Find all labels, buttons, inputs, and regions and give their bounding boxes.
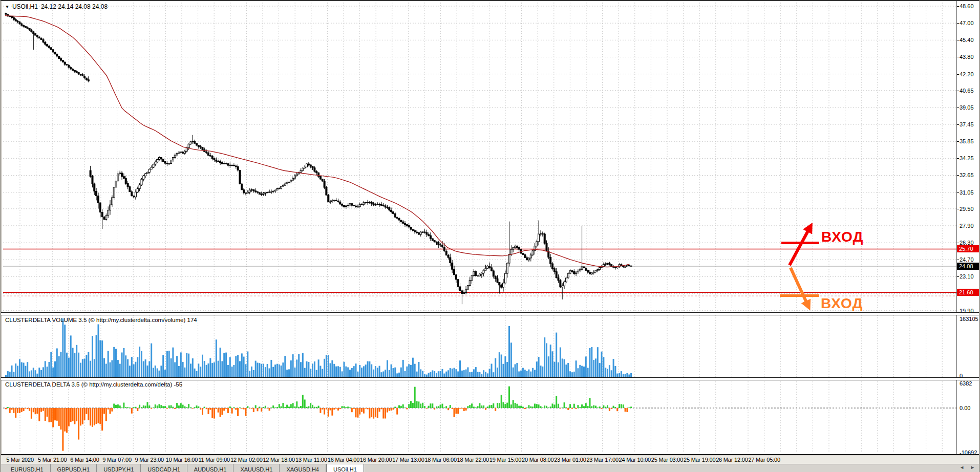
time-axis-label: 5 Mar 21:00	[38, 457, 67, 463]
horizontal-level-lines	[3, 249, 956, 296]
time-axis-label: 27 Mar 05:00	[748, 457, 780, 463]
price-axis-tick	[957, 260, 959, 260]
support-price-badge: 21.60	[957, 289, 980, 296]
time-axis-label: 18 Mar 06:00	[424, 457, 456, 463]
price-axis-tick	[957, 124, 959, 125]
time-axis-label: 9 Mar 07:00	[102, 457, 132, 463]
price-axis-label: 32.65	[960, 172, 974, 178]
volume-bars-layer	[5, 318, 632, 377]
price-axis-tick	[957, 91, 959, 91]
scroll-left-icon[interactable]: ◄	[960, 465, 964, 470]
time-axis-label: 18 Mar 22:00	[457, 457, 489, 463]
price-axis-label: 26.30	[960, 240, 974, 246]
price-axis-label: 47.00	[960, 20, 974, 26]
price-axis-tick	[957, 74, 959, 75]
price-axis-tick	[957, 226, 959, 226]
price-axis-tick	[957, 23, 959, 24]
chart-tab-xagusd-h4[interactable]: XAGUSD,H4	[280, 464, 326, 472]
price-axis-label: 39.05	[960, 104, 974, 111]
price-axis-label: 29.50	[960, 206, 974, 212]
entry-long-annotation-text: ВХОД	[821, 230, 863, 244]
price-axis-label: 35.85	[960, 138, 974, 144]
resistance-price-badge: 25.70	[957, 245, 980, 252]
time-axis-label: 25 Mar 03:00	[651, 457, 683, 463]
time-axis-label: 26 Mar 12:00	[716, 457, 748, 463]
price-axis-label: 23.10	[960, 273, 974, 280]
time-axis-label: 9 Mar 23:00	[135, 457, 164, 463]
price-axis-tick	[957, 175, 959, 176]
price-axis-tick	[957, 209, 959, 209]
price-axis-tick	[957, 6, 959, 7]
time-axis-label: 25 Mar 19:00	[684, 457, 715, 463]
trading-terminal-window: ▼ USOil,H1 24.12 24.14 24.08 24.08 CLUST…	[0, 0, 980, 472]
chart-tab-usoil-h1[interactable]: USOil,H1	[326, 464, 364, 472]
time-axis-label: 23 Mar 17:00	[586, 457, 618, 463]
time-axis[interactable]: 5 Mar 20205 Mar 21:006 Mar 14:009 Mar 07…	[1, 456, 980, 464]
entry-long-arrow	[781, 226, 819, 265]
price-axis-tick	[957, 108, 959, 108]
price-axis-label: 45.40	[960, 37, 974, 43]
price-axis-label: 43.80	[960, 54, 974, 60]
price-axis-label: 31.05	[960, 189, 974, 196]
price-axis-tick	[957, 311, 959, 311]
time-axis-label: 13 Mar 11:00	[295, 457, 327, 463]
time-axis-label: 19 Mar 15:00	[489, 457, 521, 463]
price-axis-label: 40.65	[960, 88, 974, 94]
time-axis-label: 16 Mar 04:00	[328, 457, 359, 463]
time-axis-label: 12 Mar 18:00	[263, 457, 294, 463]
price-axis-tick	[957, 141, 959, 142]
time-axis-label: 12 Mar 02:00	[230, 457, 262, 463]
tab-scroll-buttons: ◄ ►	[960, 465, 975, 470]
pane-separator-main-volume[interactable]	[1, 312, 980, 315]
volume-indicator-label: CLUSTERDELTA VOLUME 3.5 (© http://my.clu…	[5, 317, 197, 323]
chart-tab-eurusd-h1[interactable]: EURUSD,H1	[4, 464, 51, 472]
chart-tab-usdcad-h1[interactable]: USDCAD,H1	[141, 464, 187, 472]
chart-ohlc-readout: 24.12 24.14 24.08 24.08	[41, 3, 108, 10]
chart-tab-bar: EURUSD,H1GBPUSD,H1USDJPY,H1USDCAD,H1AUDU…	[1, 464, 980, 472]
price-axis-label: 37.45	[960, 121, 974, 127]
time-axis-label: 23 Mar 01:00	[554, 457, 586, 463]
chart-tab-xauusd-h1[interactable]: XAUUSD,H1	[233, 464, 280, 472]
price-axis-tick	[957, 243, 959, 243]
chart-tab-gbpusd-h1[interactable]: GBPUSD,H1	[51, 464, 97, 472]
delta-indicator-label: CLUSTERDELTA DELTA 3.5 (© http://my.clus…	[5, 381, 182, 388]
indicator-scale-label: 163105	[960, 316, 978, 322]
price-axis-label: 42.20	[960, 71, 974, 77]
time-axis-label: 10 Mar 16:00	[166, 457, 198, 463]
indicator-scale-label: 6382	[960, 380, 972, 387]
time-axis-label: 6 Mar 14:00	[70, 457, 99, 463]
chart-title: ▼ USOil,H1 24.12 24.14 24.08 24.08	[5, 3, 108, 10]
entry-short-arrow	[780, 268, 819, 307]
price-axis-tick	[957, 276, 959, 277]
price-axis-tick	[957, 57, 959, 57]
scroll-right-icon[interactable]: ►	[970, 465, 975, 470]
time-axis-label: 11 Mar 09:00	[198, 457, 230, 463]
price-axis-label: 24.70	[960, 256, 974, 263]
entry-short-annotation-text: ВХОД	[821, 296, 863, 311]
symbol-dropdown-icon[interactable]: ▼	[5, 5, 9, 9]
indicator-scale-label: 0.00	[960, 405, 970, 411]
price-axis-tick	[957, 40, 959, 40]
price-axis-label: 34.25	[960, 155, 974, 161]
price-axis-tick	[957, 192, 959, 193]
time-axis-label: 24 Mar 10:00	[619, 457, 651, 463]
current-price-badge: 24.08	[957, 263, 980, 270]
time-axis-label: 16 Mar 20:00	[360, 457, 392, 463]
chart-tab-usdjpy-h1[interactable]: USDJPY,H1	[97, 464, 141, 472]
chart-symbol-period: USOil,H1	[12, 3, 38, 10]
price-axis-label: 27.90	[960, 223, 974, 229]
time-axis-label: 17 Mar 13:00	[392, 457, 424, 463]
price-axis-tick	[957, 158, 959, 159]
pane-separator-volume-delta[interactable]	[1, 377, 980, 380]
chart-tab-audusd-h1[interactable]: AUDUSD,H1	[187, 464, 234, 472]
time-axis-label: 20 Mar 08:00	[522, 457, 553, 463]
price-axis-label: 48.60	[960, 3, 974, 9]
time-axis-label: 5 Mar 2020	[6, 457, 34, 463]
